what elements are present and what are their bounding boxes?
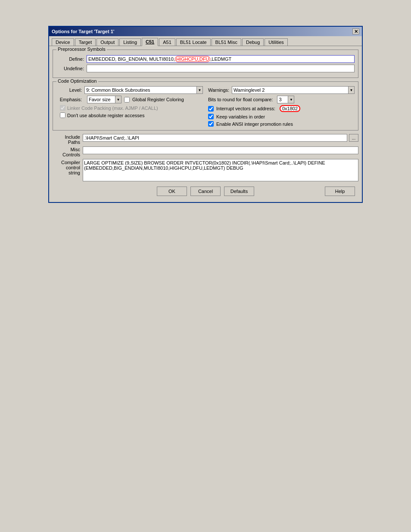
linker-packing-label: Linker Code Packing (max. AJMP / ACALL) [67, 106, 158, 111]
include-paths-row: Include Paths ... [53, 134, 358, 145]
bits-dropdown-arrow[interactable]: ▼ [288, 96, 294, 103]
compiler-label: Compiler control string [53, 159, 83, 175]
tab-a51[interactable]: A51 [159, 38, 175, 46]
level-value: 9: Common Block Subroutines [85, 87, 196, 93]
tab-debug[interactable]: Debug [242, 38, 264, 46]
include-paths-input[interactable] [83, 134, 347, 142]
keep-vars-checkbox[interactable] [208, 114, 214, 119]
warnings-dropdown-arrow[interactable]: ▼ [348, 87, 354, 93]
compiler-wrapper [83, 159, 358, 182]
level-select[interactable]: 9: Common Block Subroutines ▼ [84, 86, 203, 94]
defaults-button[interactable]: Defaults [224, 187, 254, 196]
define-end-text: ,LEDMGT [210, 56, 231, 62]
tab-bl51-misc[interactable]: BL51 Misc [212, 38, 241, 46]
enable-ansi-row: Enable ANSI integer promotion rules [208, 121, 355, 127]
code-opt-title: Code Optimization [56, 78, 98, 84]
bits-value: 3 [277, 97, 288, 102]
misc-controls-input[interactable] [83, 146, 358, 154]
enable-ansi-checkbox[interactable] [208, 121, 214, 127]
enable-ansi-label: Enable ANSI integer promotion rules [216, 121, 293, 127]
interrupt-label: Interrupt vectors at address: [216, 106, 275, 111]
title-bar: Options for Target 'Target 1' ✕ [49, 27, 362, 36]
cancel-button[interactable]: Cancel [190, 187, 221, 196]
emphasis-label: Emphasis: [56, 97, 84, 102]
emphasis-value: Favor size [87, 97, 115, 102]
buttons-row: OK Cancel Defaults Help [53, 184, 358, 199]
warnings-row: Warnings: Warninglevel 2 ▼ [208, 86, 355, 94]
preprocessor-group: Preprocessor Symbols Define: EMBEDDED, B… [53, 50, 358, 78]
bits-select[interactable]: 3 ▼ [277, 96, 294, 103]
dont-use-row: Don't use absolute register accesses [60, 112, 203, 118]
code-opt-right: Warnings: Warninglevel 2 ▼ Bits to round… [208, 86, 355, 127]
level-dropdown-arrow[interactable]: ▼ [196, 87, 202, 93]
interrupt-value: 0x1802 [280, 105, 300, 112]
options-dialog: Options for Target 'Target 1' ✕ Device T… [48, 26, 363, 203]
warnings-select[interactable]: Warninglevel 2 ▼ [232, 86, 355, 94]
emphasis-row: Emphasis: Favor size ▼ Global Register C… [56, 96, 203, 103]
emphasis-select[interactable]: Favor size ▼ [87, 96, 121, 103]
compiler-control-row: Compiler control string [53, 159, 358, 182]
define-highlight-text: HIGHCPU,DFU [175, 56, 210, 62]
tab-utilities[interactable]: Utilities [265, 38, 287, 46]
define-row: Define: EMBEDDED, BIG_ENDIAN, MULTI8010,… [56, 55, 355, 63]
misc-label: Misc Controls [53, 146, 83, 157]
keep-vars-row: Keep variables in order [208, 114, 355, 119]
interrupt-row: Interrupt vectors at address: 0x1802 [208, 105, 355, 112]
global-register-label: Global Register Coloring [132, 97, 184, 102]
code-optimization-group: Code Optimization Level: 9: Common Block… [53, 81, 358, 131]
dialog-content: Preprocessor Symbols Define: EMBEDDED, B… [49, 46, 362, 202]
tab-device[interactable]: Device [52, 38, 74, 46]
tab-bl51-locate[interactable]: BL51 Locate [176, 38, 211, 46]
include-browse-button[interactable]: ... [349, 134, 358, 142]
ok-button[interactable]: OK [157, 187, 187, 196]
keep-vars-label: Keep variables in order [216, 114, 265, 119]
global-register-checkbox[interactable] [124, 97, 130, 103]
code-opt-left: Level: 9: Common Block Subroutines ▼ Emp… [56, 86, 203, 127]
close-button[interactable]: ✕ [352, 28, 359, 34]
tab-output[interactable]: Output [97, 38, 118, 46]
help-button[interactable]: Help [325, 187, 355, 196]
undefine-input[interactable] [87, 65, 355, 72]
interrupt-checkbox[interactable] [208, 106, 214, 112]
warnings-value: Warninglevel 2 [232, 87, 348, 93]
warnings-label: Warnings: [208, 87, 229, 93]
tab-target[interactable]: Target [75, 38, 96, 46]
tab-listing[interactable]: Listing [119, 38, 141, 46]
bits-row: Bits to round for float compare: 3 ▼ [208, 96, 355, 103]
undefine-row: Undefine: [56, 65, 355, 72]
tabs-bar: Device Target Output Listing C51 A51 BL5… [49, 36, 362, 46]
include-input-wrapper: ... [83, 134, 358, 142]
tab-c51[interactable]: C51 [142, 38, 158, 46]
bits-label: Bits to round for float compare: [208, 97, 273, 102]
preprocessor-group-title: Preprocessor Symbols [56, 47, 107, 52]
undefine-label: Undefine: [56, 66, 87, 71]
level-row: Level: 9: Common Block Subroutines ▼ [56, 86, 203, 94]
define-label: Define: [56, 56, 87, 62]
include-label: Include Paths [53, 134, 83, 145]
compiler-control-textarea[interactable] [83, 159, 358, 181]
level-label: Level: [56, 87, 84, 93]
define-input[interactable]: EMBEDDED, BIG_ENDIAN, MULTI8010,HIGHCPU,… [87, 55, 355, 63]
dont-use-label: Don't use absolute register accesses [67, 113, 144, 118]
define-normal-text: EMBEDDED, BIG_ENDIAN, MULTI8010, [88, 56, 175, 62]
misc-controls-row: Misc Controls [53, 146, 358, 157]
emphasis-dropdown-arrow[interactable]: ▼ [115, 96, 121, 103]
linker-packing-row: Linker Code Packing (max. AJMP / ACALL) [60, 105, 203, 111]
linker-packing-checkbox[interactable] [60, 105, 65, 111]
dialog-title: Options for Target 'Target 1' [52, 29, 114, 34]
dont-use-checkbox[interactable] [60, 112, 65, 118]
misc-input-wrapper [83, 146, 358, 154]
